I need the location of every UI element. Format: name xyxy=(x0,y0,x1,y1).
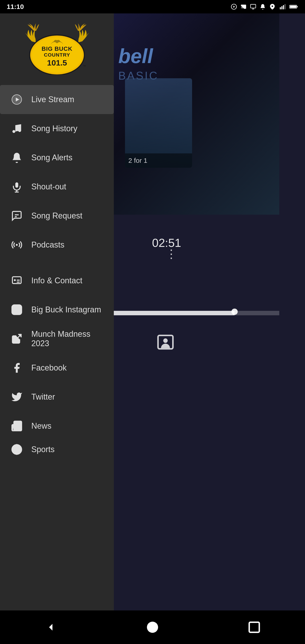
play-circle-icon xyxy=(9,92,24,107)
sidebar-item-munch-madness[interactable]: Munch Madness 2023 xyxy=(0,324,114,353)
recent-apps-button[interactable] xyxy=(241,614,268,641)
shout-out-label: Shout-out xyxy=(31,182,105,192)
facebook-icon xyxy=(9,360,24,376)
svg-marker-1 xyxy=(234,6,235,8)
sidebar-item-song-history[interactable]: Song History xyxy=(0,114,114,143)
battery-status-icon xyxy=(289,4,298,10)
big-buck-instagram-label: Big Buck Instagram xyxy=(31,305,105,314)
status-time: 11:10 xyxy=(7,3,24,10)
home-button[interactable] xyxy=(139,614,166,641)
svg-rect-8 xyxy=(281,6,282,10)
svg-point-32 xyxy=(16,244,18,246)
news-icon xyxy=(9,418,24,434)
facebook-label: Facebook xyxy=(31,363,105,372)
recent-apps-icon xyxy=(248,620,261,634)
sidebar-item-song-request[interactable]: Song Request xyxy=(0,201,114,230)
svg-rect-10 xyxy=(284,4,286,9)
back-button[interactable] xyxy=(37,614,64,641)
podcast-icon xyxy=(9,237,24,253)
instagram-icon xyxy=(9,302,24,318)
message-music-icon xyxy=(9,208,24,224)
sidebar-item-live-stream[interactable]: Live Stream xyxy=(0,85,114,114)
sidebar-item-big-buck-instagram[interactable]: Big Buck Instagram xyxy=(0,295,114,324)
progress-fill xyxy=(114,311,234,315)
svg-rect-7 xyxy=(280,7,281,9)
app-logo: BIG BUCK COUNTRY 101.5 ™ xyxy=(21,22,93,76)
svg-point-6 xyxy=(272,5,273,7)
svg-point-34 xyxy=(14,279,16,281)
navigation-bar xyxy=(0,610,305,644)
play-status-icon xyxy=(231,4,237,10)
sports-label: Sports xyxy=(31,445,105,454)
song-history-label: Song History xyxy=(31,124,105,133)
menu-divider-1 xyxy=(0,260,114,266)
svg-point-45 xyxy=(147,622,158,633)
home-circle-icon xyxy=(146,620,159,634)
sidebar-item-shout-out[interactable]: Shout-out xyxy=(0,172,114,201)
back-arrow-icon xyxy=(44,620,58,634)
bell-icon xyxy=(9,150,24,166)
svg-text:COUNTRY: COUNTRY xyxy=(44,52,70,58)
svg-rect-12 xyxy=(297,6,298,8)
external-link-icon xyxy=(9,331,24,346)
svg-rect-9 xyxy=(283,5,284,10)
logo-area: BIG BUCK COUNTRY 101.5 ™ xyxy=(0,14,114,85)
twitter-label: Twitter xyxy=(31,392,105,402)
sidebar-item-sports[interactable]: Sports xyxy=(0,440,114,458)
svg-text:™: ™ xyxy=(82,64,86,68)
cast-status-icon xyxy=(240,4,247,10)
twitter-icon xyxy=(9,389,24,405)
status-bar: 11:10 xyxy=(0,0,305,14)
sidebar-item-news[interactable]: News xyxy=(0,412,114,440)
sidebar-item-info-contact[interactable]: Info & Contact xyxy=(0,266,114,295)
mic-icon xyxy=(9,179,24,194)
svg-point-26 xyxy=(18,129,21,132)
info-icon xyxy=(9,273,24,288)
news-label: News xyxy=(31,421,105,431)
svg-point-15 xyxy=(163,338,168,343)
svg-text:101.5: 101.5 xyxy=(47,58,67,67)
album-art-background: bell BASIC 2 for 1 xyxy=(114,0,279,215)
podcasts-label: Podcasts xyxy=(31,240,105,250)
info-contact-label: Info & Contact xyxy=(31,276,105,285)
logo-svg: BIG BUCK COUNTRY 101.5 ™ xyxy=(21,22,93,75)
svg-text:BIG BUCK: BIG BUCK xyxy=(42,46,72,52)
live-stream-label: Live Stream xyxy=(31,95,105,104)
contact-icon xyxy=(156,333,174,351)
song-request-label: Song Request xyxy=(31,211,105,220)
svg-rect-46 xyxy=(249,622,259,632)
location-status-icon xyxy=(269,4,276,10)
progress-dot xyxy=(232,308,238,315)
screen-status-icon xyxy=(250,4,256,10)
song-alerts-label: Song Alerts xyxy=(31,153,105,162)
svg-rect-27 xyxy=(16,182,18,188)
sports-icon xyxy=(9,442,24,457)
notification-status-icon xyxy=(260,4,266,10)
svg-point-25 xyxy=(12,130,16,133)
svg-rect-13 xyxy=(290,6,296,8)
sidebar-item-twitter[interactable]: Twitter xyxy=(0,382,114,412)
sidebar-item-facebook[interactable]: Facebook xyxy=(0,353,114,382)
sidebar-item-podcasts[interactable]: Podcasts xyxy=(0,230,114,260)
munch-madness-label: Munch Madness 2023 xyxy=(31,330,105,348)
svg-rect-3 xyxy=(250,4,256,8)
status-icons xyxy=(231,4,298,10)
menu-items-container: Live Stream Song History Song Alerts Sho… xyxy=(0,85,114,458)
more-options-button[interactable]: ⋮ xyxy=(166,247,177,260)
contact-icon-area[interactable] xyxy=(156,333,174,352)
sidebar-item-song-alerts[interactable]: Song Alerts xyxy=(0,143,114,172)
music-list-icon xyxy=(9,121,24,136)
signal-status-icon xyxy=(279,4,286,10)
player-progress-bar[interactable] xyxy=(114,311,279,315)
